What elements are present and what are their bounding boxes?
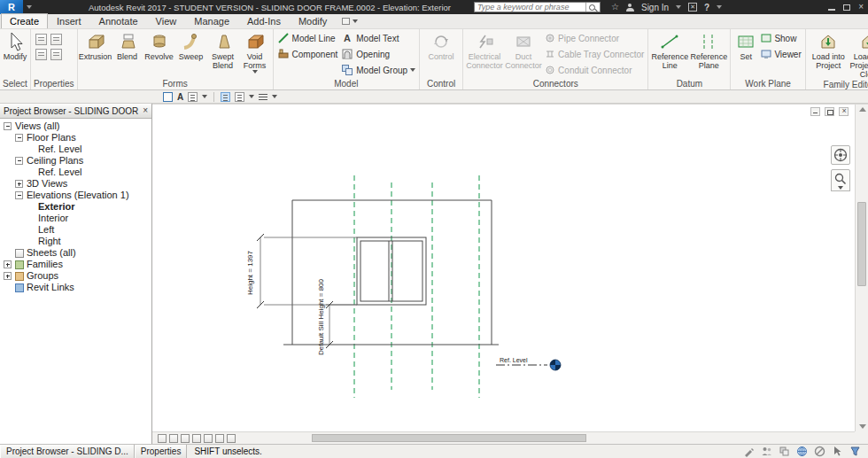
tree-item-ceiling-plans[interactable]: Ceiling Plans — [0, 155, 151, 167]
reference-line-button[interactable]: Reference Line — [650, 30, 689, 78]
vertical-scrollbar[interactable] — [855, 105, 868, 431]
worksets-icon[interactable] — [761, 446, 772, 457]
tree-item-3d-views[interactable]: 3D Views — [0, 178, 151, 190]
tree-item-left[interactable]: Left — [0, 224, 151, 236]
load-into-project-and-close-button[interactable]: Load into Project and Close — [849, 30, 868, 79]
model-text-button[interactable]: A Model Text — [339, 30, 417, 46]
tab-view[interactable]: View — [147, 13, 186, 28]
tree-item-families[interactable]: Families — [0, 259, 151, 270]
expander-icon[interactable] — [4, 260, 12, 268]
app-menu-button[interactable]: R — [0, 0, 23, 14]
text-tool-icon[interactable]: A — [177, 92, 183, 102]
family-category-icon[interactable] — [50, 34, 62, 45]
project-browser-header[interactable]: Project Browser - SLIDING DOOR FRA... × — [0, 104, 151, 119]
filter-icon[interactable] — [849, 446, 861, 457]
set-work-plane-button[interactable]: Set — [732, 30, 759, 78]
visual-style-icon[interactable] — [181, 434, 190, 443]
crop-view-icon[interactable] — [215, 434, 224, 443]
shadows-icon[interactable] — [204, 434, 213, 443]
scroll-down-icon[interactable] — [859, 424, 866, 429]
tree-item-floor-plans[interactable]: Floor Plans — [0, 132, 151, 144]
help-caret-icon[interactable] — [717, 5, 722, 9]
tree-item-ref-level-floor[interactable]: Ref. Level — [0, 144, 151, 155]
help-search-box[interactable] — [474, 2, 601, 12]
viewer-button[interactable]: Viewer — [759, 46, 802, 62]
family-parameters-icon[interactable] — [35, 49, 47, 60]
expander-icon[interactable] — [4, 122, 12, 130]
reference-plane-button[interactable]: Reference Plane — [689, 30, 728, 78]
crop-region-visibility-icon[interactable] — [227, 434, 236, 443]
tree-item-ref-level-ceiling[interactable]: Ref. Level — [0, 167, 151, 178]
project-browser-close-icon[interactable]: × — [143, 106, 148, 115]
sign-in-caret-icon[interactable] — [676, 5, 681, 9]
tab-annotate[interactable]: Annotate — [90, 13, 147, 28]
revolve-button[interactable]: Revolve — [143, 30, 175, 78]
model-group-button[interactable]: Model Group — [339, 62, 417, 78]
help-icon[interactable]: ? — [704, 3, 709, 12]
collaborate-globe-icon[interactable] — [796, 446, 808, 457]
design-options-icon[interactable] — [779, 446, 790, 457]
tab-insert[interactable]: Insert — [48, 13, 90, 28]
scroll-up-icon[interactable] — [859, 107, 866, 112]
link-caret-icon[interactable] — [202, 95, 207, 98]
tree-item-groups[interactable]: Groups — [0, 270, 151, 282]
project-browser-bottom-tab[interactable]: Project Browser - SLIDING D... — [0, 445, 135, 458]
expander-icon[interactable] — [4, 272, 12, 280]
tab-create[interactable]: Create — [1, 13, 48, 28]
height-dimension[interactable]: Height = 1397 — [246, 234, 357, 308]
link-icon[interactable] — [188, 92, 198, 102]
editable-only-icon[interactable] — [743, 446, 755, 457]
zoom-options-caret[interactable] — [831, 184, 850, 191]
extrusion-button[interactable]: Extrusion — [80, 30, 112, 78]
exchange-apps-icon[interactable]: ✕ — [688, 3, 697, 12]
expander-icon[interactable] — [15, 191, 23, 199]
drawing-area[interactable]: Height = 1397 Default Sill Height = 800 … — [152, 104, 868, 444]
sill-height-dimension[interactable]: Default Sill Height = 800 — [317, 278, 357, 355]
sweep-button[interactable]: Sweep — [175, 30, 207, 78]
search-icon[interactable] — [585, 3, 600, 12]
tab-manage[interactable]: Manage — [185, 13, 238, 28]
model-line-button[interactable]: Model Line — [275, 30, 340, 46]
tree-item-revit-links[interactable]: Revit Links — [0, 282, 151, 293]
favorites-star-icon[interactable]: ☆ — [611, 0, 619, 14]
sun-path-icon[interactable] — [192, 434, 201, 443]
tree-item-exterior[interactable]: Exterior — [0, 201, 151, 213]
ribbon-display-toggle[interactable] — [342, 18, 358, 28]
tab-add-ins[interactable]: Add-Ins — [238, 13, 290, 28]
view-list-icon[interactable] — [259, 93, 267, 101]
ref-level-datum[interactable]: Ref. Level — [496, 357, 561, 370]
family-types-icon[interactable] — [35, 34, 47, 45]
user-icon[interactable] — [626, 4, 634, 12]
view-list-caret-icon[interactable] — [272, 95, 277, 98]
horizontal-scrollbar[interactable] — [241, 432, 855, 444]
void-forms-button[interactable]: Void Forms — [239, 30, 271, 78]
blend-button[interactable]: Blend — [112, 30, 143, 78]
expander-icon[interactable] — [15, 134, 23, 142]
search-input[interactable] — [475, 3, 585, 12]
expander-icon[interactable] — [15, 157, 23, 165]
detail-level-icon[interactable] — [169, 434, 178, 443]
view-close-icon[interactable] — [839, 107, 849, 116]
tree-item-sheets[interactable]: Sheets (all) — [0, 247, 151, 259]
graphics-display-icon[interactable] — [235, 92, 244, 102]
graphics-display-caret-icon[interactable] — [249, 95, 254, 98]
restore-button[interactable] — [843, 4, 850, 11]
component-button[interactable]: Component — [275, 46, 340, 62]
show-work-plane-button[interactable]: Show — [759, 30, 802, 46]
tree-item-views-all[interactable]: Views (all) — [0, 120, 151, 132]
minimize-button[interactable] — [828, 9, 835, 11]
reference-plane-lines[interactable] — [354, 175, 479, 398]
press-drag-select-icon[interactable] — [832, 446, 843, 457]
view-minimize-icon[interactable] — [810, 107, 820, 116]
properties-palette-icon[interactable] — [50, 49, 62, 60]
sign-in-button[interactable]: Sign In — [641, 3, 669, 12]
tree-item-interior[interactable]: Interior — [0, 213, 151, 224]
swept-blend-button[interactable]: Swept Blend — [207, 30, 239, 78]
horizontal-scroll-thumb[interactable] — [312, 434, 586, 442]
thin-lines-icon[interactable] — [163, 92, 173, 102]
exclude-options-icon[interactable] — [814, 446, 825, 457]
properties-bottom-tab[interactable]: Properties — [135, 445, 188, 458]
steering-wheel-button[interactable] — [831, 145, 850, 165]
vertical-scroll-thumb[interactable] — [857, 202, 866, 286]
elevation-view[interactable]: Height = 1397 Default Sill Height = 800 … — [152, 105, 855, 431]
